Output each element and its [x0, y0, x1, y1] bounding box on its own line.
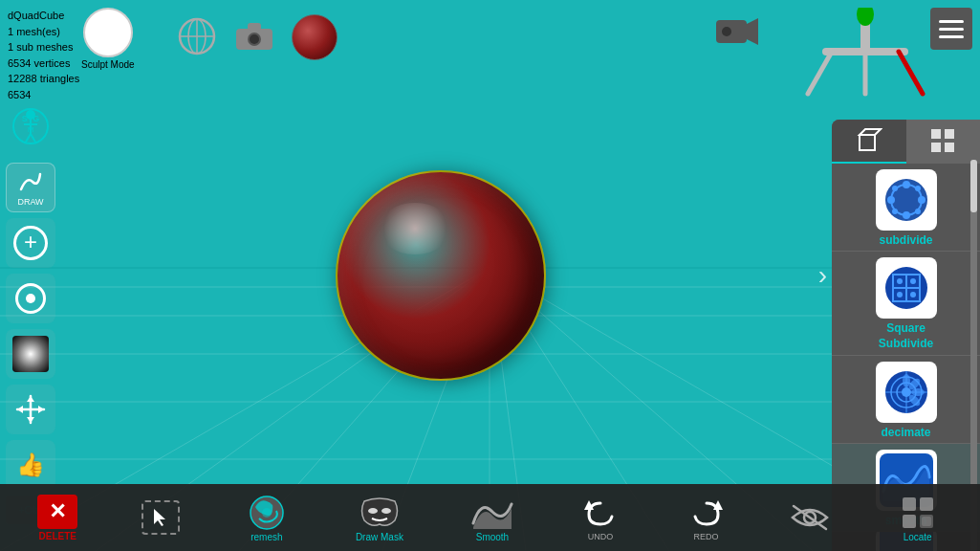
add-object-button[interactable]: +: [6, 218, 55, 268]
hide-button[interactable]: [786, 498, 834, 537]
svg-marker-43: [27, 417, 34, 423]
menu-line-1: [939, 20, 964, 23]
video-camera-icon: [714, 14, 760, 49]
cube-icon: [856, 127, 882, 154]
draw-mask-icon: [357, 494, 403, 532]
camera-button[interactable]: [234, 21, 274, 55]
svg-rect-98: [922, 517, 931, 526]
subdivide-tool[interactable]: subdivide: [832, 164, 980, 252]
svg-rect-51: [945, 129, 954, 139]
expand-panel-button[interactable]: ›: [818, 260, 827, 291]
menu-line-2: [939, 28, 964, 31]
triangle-count: 12288 triangles: [8, 71, 79, 87]
left-tool-panel: DRAW + 👍 +Objects: [6, 163, 73, 524]
svg-marker-24: [747, 18, 758, 45]
svg-marker-85: [154, 509, 165, 526]
panel-tab-grid[interactable]: [906, 120, 981, 164]
mesh-number: 6534: [8, 87, 79, 103]
subdivide-label: subdivide: [879, 233, 932, 247]
mesh-count: 1 mesh(es): [8, 24, 79, 40]
tripod-icon: [803, 8, 927, 99]
svg-rect-95: [920, 497, 933, 511]
locate-button[interactable]: Locate: [886, 494, 948, 542]
cursor-button[interactable]: [137, 500, 185, 535]
draw-mask-button[interactable]: Draw Mask: [348, 494, 410, 542]
draw-label: DRAW: [17, 197, 43, 207]
globe-button[interactable]: [177, 16, 217, 59]
menu-button[interactable]: [930, 8, 972, 50]
decimate-icon: [880, 365, 933, 419]
svg-rect-53: [945, 143, 954, 152]
dot-tool-button[interactable]: [6, 274, 55, 323]
move-button[interactable]: [6, 385, 55, 434]
3d-sphere: [336, 170, 546, 381]
svg-point-87: [262, 508, 272, 518]
svg-point-62: [892, 209, 898, 214]
svg-point-71: [897, 292, 903, 298]
globe-icon: [177, 16, 217, 56]
svg-point-58: [887, 196, 895, 204]
bottom-toolbar: ✕ DELETE remesh: [0, 484, 980, 551]
delete-label: DELETE: [39, 531, 76, 541]
thumbs-up-icon: 👍: [16, 452, 45, 478]
camera-right-button[interactable]: [714, 14, 760, 53]
svg-marker-45: [38, 406, 44, 413]
svg-point-81: [911, 388, 925, 396]
grid-icon: [929, 127, 956, 154]
decimate-tool[interactable]: decimate: [832, 356, 980, 444]
svg-point-57: [903, 211, 910, 219]
scroll-thumb[interactable]: [970, 160, 977, 212]
decimate-label: decimate: [881, 426, 930, 439]
svg-point-35: [26, 110, 35, 120]
remesh-label: remesh: [250, 532, 282, 542]
stm-icon[interactable]: STG M: [6, 105, 55, 155]
svg-point-89: [381, 508, 391, 514]
smooth-bottom-icon: [469, 495, 515, 531]
delete-x-icon: ✕: [49, 501, 66, 522]
svg-line-30: [899, 52, 923, 94]
svg-rect-22: [248, 23, 261, 31]
panel-tab-cube[interactable]: [832, 120, 906, 164]
camera-icon: [234, 21, 274, 52]
square-subdivide-icon: [880, 261, 933, 315]
menu-line-3: [939, 35, 964, 38]
eye-off-icon: [790, 502, 830, 533]
svg-point-61: [915, 186, 921, 191]
mesh-name: dQuadCube: [8, 8, 79, 24]
stm-logo: STG M: [6, 105, 55, 155]
texture-button[interactable]: [6, 329, 55, 379]
sculpt-mode-label: Sculpt Mode: [81, 59, 135, 70]
svg-point-72: [910, 292, 916, 298]
svg-point-28: [857, 8, 874, 26]
draw-tool-button[interactable]: DRAW: [6, 163, 55, 212]
delete-button[interactable]: ✕ DELETE: [32, 495, 84, 541]
svg-point-21: [250, 34, 259, 44]
smooth-bottom-label: Smooth: [476, 532, 509, 542]
svg-marker-42: [27, 396, 34, 402]
svg-point-69: [897, 278, 903, 284]
material-preview[interactable]: [292, 14, 338, 60]
svg-rect-52: [931, 143, 941, 152]
remesh-button[interactable]: remesh: [238, 494, 295, 542]
locate-label: Locate: [904, 532, 932, 542]
square-subdivide-tool[interactable]: Square Subdivide: [832, 252, 980, 356]
svg-line-39: [31, 134, 36, 143]
like-button[interactable]: 👍: [6, 440, 55, 490]
mesh-info: dQuadCube 1 mesh(es) 1 sub meshes 6534 v…: [8, 8, 79, 102]
plus-icon: +: [24, 231, 37, 253]
undo-button[interactable]: UNDO: [575, 494, 627, 541]
svg-point-25: [722, 27, 731, 36]
square-subdivide-label: Square Subdivide: [879, 321, 933, 351]
sculpt-mode-button[interactable]: Sculpt Mode: [81, 8, 135, 70]
cursor-icon: [150, 507, 171, 528]
draw-icon: [17, 168, 44, 195]
redo-icon: [687, 496, 726, 530]
svg-rect-96: [903, 515, 916, 528]
undo-label: UNDO: [588, 532, 614, 541]
smooth-bottom-button[interactable]: Smooth: [464, 494, 521, 542]
draw-mask-label: Draw Mask: [356, 532, 403, 542]
svg-line-38: [25, 134, 31, 143]
locate-icon: [901, 496, 935, 530]
redo-label: REDO: [694, 532, 719, 541]
redo-button[interactable]: REDO: [680, 494, 732, 541]
